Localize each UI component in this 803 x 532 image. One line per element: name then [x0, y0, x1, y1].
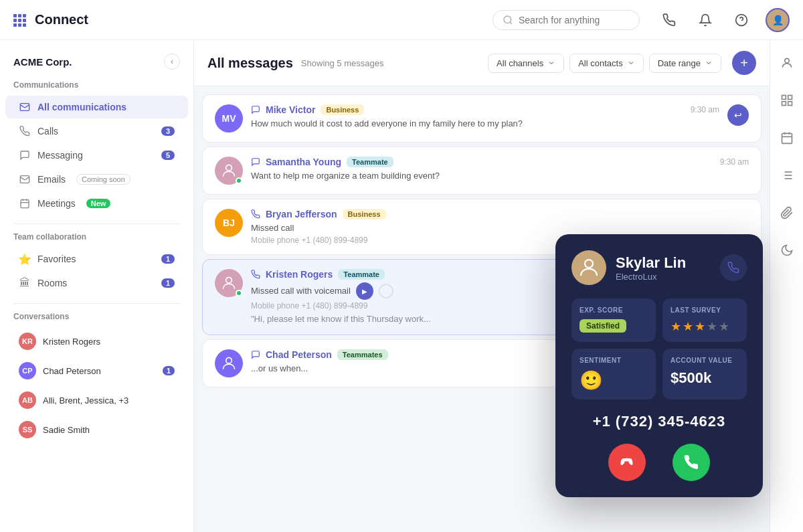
contacts-chevron — [627, 59, 635, 67]
samantha-young-name: Samantha Young — [266, 157, 341, 167]
account-value-box: ACCOUNT VALUE $500k — [662, 349, 747, 400]
bryan-jefferson-name: Bryan Jefferson — [266, 209, 337, 219]
sidebar-item-sadie-smith[interactable]: SS Sadie Smith — [5, 416, 188, 444]
mike-victor-text: How much would it cost to add everyone i… — [251, 118, 719, 130]
filter-group: All channels All contacts Date range + — [488, 51, 756, 75]
bryan-phone-icon — [251, 209, 260, 219]
channels-chevron — [547, 59, 555, 67]
kristen-rogers-avatar: KR — [19, 333, 36, 350]
call-phone-icon-btn[interactable] — [720, 254, 747, 281]
call-contact-company: ElectroLux — [616, 272, 686, 282]
calls-badge: 3 — [161, 126, 175, 136]
calls-icon — [19, 125, 31, 137]
svg-point-27 — [585, 260, 593, 268]
svg-point-0 — [504, 16, 511, 23]
team-collab-label: Team collaboration — [0, 232, 193, 247]
help-icon-btn[interactable] — [729, 8, 753, 32]
chad-peterson-avatar: CP — [19, 362, 36, 379]
samantha-young-text: Want to help me organize a team building… — [251, 170, 749, 182]
account-value-label: ACCOUNT VALUE — [671, 357, 739, 364]
date-range-filter[interactable]: Date range — [649, 54, 721, 73]
rail-grid-icon[interactable] — [775, 88, 799, 112]
communications-label: Communications — [0, 80, 193, 95]
sidebar-divider-2 — [13, 303, 180, 304]
svg-rect-17 — [782, 133, 792, 143]
all-channels-filter[interactable]: All channels — [488, 54, 564, 73]
alli-brent-conv-name: Alli, Brent, Jessica, +3 — [43, 395, 175, 406]
message-card-mike-victor[interactable]: MV Mike Victor Business 9:30 am How much… — [202, 94, 762, 143]
play-voicemail-btn[interactable]: ▶ — [356, 282, 373, 300]
sidebar-item-all-communications[interactable]: All communications — [5, 96, 188, 118]
search-bar[interactable] — [493, 10, 640, 30]
rail-calendar-icon[interactable] — [775, 126, 799, 150]
svg-rect-5 — [21, 200, 29, 208]
chad-peterson-name: Chad Peterson — [266, 349, 332, 360]
user-avatar-nav[interactable]: 👤 — [766, 8, 790, 32]
sidebar-item-kristen-rogers[interactable]: KR Kristen Rogers — [5, 327, 188, 355]
sidebar-item-chad-peterson[interactable]: CP Chad Peterson 1 — [5, 357, 188, 385]
conversations-label: Conversations — [0, 312, 193, 327]
svg-rect-3 — [20, 104, 29, 111]
svg-point-11 — [226, 358, 232, 364]
add-message-btn[interactable]: + — [732, 51, 756, 75]
rail-clip-icon[interactable] — [775, 201, 799, 225]
favorites-badge: 1 — [161, 254, 175, 264]
kristen-phone-icon — [251, 270, 260, 279]
rail-list-icon[interactable] — [775, 163, 799, 187]
favorites-icon: ⭐ — [19, 253, 31, 265]
exp-score-label: EXP. SCORE — [579, 306, 648, 314]
message-card-samantha-young[interactable]: Samantha Young Teammate 9:30 am Want to … — [202, 147, 762, 195]
svg-rect-13 — [782, 96, 786, 100]
decline-call-btn[interactable] — [608, 444, 646, 481]
mike-victor-content: Mike Victor Business 9:30 am How much wo… — [251, 104, 719, 130]
date-range-label: Date range — [658, 58, 701, 68]
messages-count: Showing 5 messages — [301, 58, 384, 68]
all-comms-icon — [19, 101, 31, 113]
mike-victor-reply-btn[interactable]: ↩ — [727, 104, 749, 126]
svg-rect-15 — [782, 102, 786, 106]
kristen-online-dot — [236, 290, 242, 296]
progress-circle[interactable] — [379, 284, 393, 298]
rail-person-icon[interactable] — [775, 51, 799, 75]
chad-peterson-conv-name: Chad Peterson — [43, 366, 156, 376]
all-contacts-filter[interactable]: All contacts — [569, 54, 643, 73]
meetings-label: Meetings — [37, 198, 76, 209]
bryan-jefferson-avatar: BJ — [215, 209, 243, 237]
rail-moon-icon[interactable] — [775, 238, 799, 262]
alli-brent-avatar: AB — [19, 391, 36, 409]
sidebar-item-alli-brent[interactable]: AB Alli, Brent, Jessica, +3 — [5, 386, 188, 414]
favorites-label: Favorites — [37, 254, 76, 264]
bryan-jefferson-text: Missed call — [251, 222, 749, 234]
meetings-new-badge: New — [86, 199, 111, 208]
grid-icon[interactable] — [13, 14, 25, 26]
sidebar-item-emails[interactable]: Emails Coming soon — [5, 168, 188, 191]
emails-coming-soon-badge: Coming soon — [76, 174, 130, 185]
phone-icon-btn[interactable] — [657, 8, 681, 32]
sidebar-item-favorites[interactable]: ⭐ Favorites 1 — [5, 248, 188, 270]
collapse-sidebar-btn[interactable]: ‹ — [164, 54, 180, 70]
svg-point-9 — [226, 165, 232, 171]
messaging-badge: 5 — [161, 151, 175, 160]
messaging-icon — [19, 149, 31, 161]
sidebar-item-meetings[interactable]: Meetings New — [5, 192, 188, 215]
search-input[interactable] — [519, 15, 626, 25]
sidebar-item-rooms[interactable]: 🏛 Rooms 1 — [5, 272, 188, 294]
accept-call-btn[interactable] — [673, 444, 710, 481]
svg-rect-16 — [788, 102, 792, 106]
call-card-name-area: Skylar Lin ElectroLux — [616, 254, 686, 282]
meetings-icon — [19, 197, 31, 209]
bell-icon-btn[interactable] — [693, 8, 717, 32]
svg-point-12 — [784, 58, 789, 63]
rooms-icon: 🏛 — [19, 277, 31, 289]
sidebar-item-messaging[interactable]: Messaging 5 — [5, 144, 188, 167]
app-title: Connect — [35, 12, 88, 27]
last-survey-label: LAST SURVEY — [671, 306, 739, 314]
messages-title: All messages — [207, 56, 293, 71]
kristen-rogers-conv-name: Kristen Rogers — [43, 337, 175, 347]
sidebar-item-calls[interactable]: Calls 3 — [5, 120, 188, 143]
star-3: ★ — [695, 319, 705, 334]
account-value: $500k — [671, 369, 739, 387]
mike-victor-avatar: MV — [215, 104, 243, 132]
kristen-rogers-tag: Teammate — [338, 269, 385, 280]
all-comms-label: All communications — [37, 102, 126, 112]
